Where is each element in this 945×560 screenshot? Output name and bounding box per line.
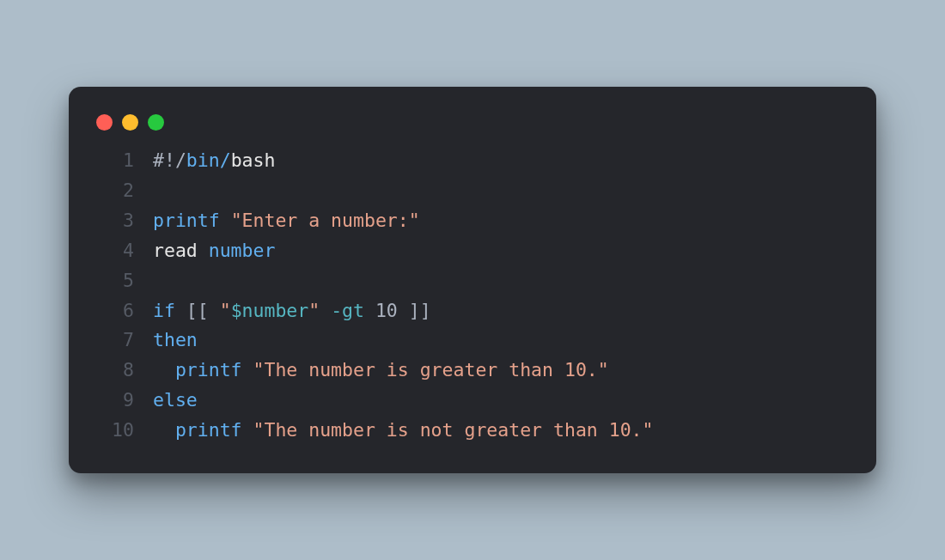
token: bin/ [186, 149, 231, 171]
token: then [153, 329, 198, 350]
code-text: then [153, 326, 198, 356]
code-text: if [[ "$number" -gt 10 ]] [153, 296, 431, 326]
minimize-icon[interactable] [122, 114, 138, 131]
token: printf [175, 359, 242, 380]
line-number: 3 [94, 206, 134, 236]
token: " [220, 300, 231, 321]
token: else [153, 389, 198, 411]
code-line: 10 printf "The number is not greater tha… [94, 416, 850, 446]
token [242, 419, 253, 441]
line-number: 7 [94, 326, 134, 356]
line-number: 10 [94, 416, 134, 446]
maximize-icon[interactable] [148, 114, 164, 131]
token: bash [231, 149, 276, 171]
line-number: 6 [94, 296, 134, 326]
token: 10 ]] [364, 300, 431, 321]
code-text: #!/bin/bash [153, 146, 275, 176]
line-number: 1 [94, 146, 134, 176]
token [153, 359, 175, 380]
token: if [153, 300, 175, 321]
code-text [153, 176, 164, 206]
code-text: printf "The number is greater than 10." [153, 356, 609, 386]
code-line: 2 [94, 176, 850, 206]
code-line: 5 [94, 266, 850, 296]
code-line: 6if [[ "$number" -gt 10 ]] [94, 296, 850, 326]
code-text: read number [153, 236, 275, 266]
code-text: else [153, 386, 198, 416]
token: -gt [331, 300, 364, 321]
code-line: 3printf "Enter a number:" [94, 206, 850, 236]
token: #!/ [153, 149, 186, 171]
close-icon[interactable] [96, 114, 113, 131]
code-text: printf "Enter a number:" [153, 206, 420, 236]
code-text [153, 266, 164, 296]
code-block: 1#!/bin/bash2 3printf "Enter a number:"4… [94, 146, 850, 445]
token: printf [153, 210, 220, 231]
code-line: 8 printf "The number is greater than 10.… [94, 356, 850, 386]
token [242, 359, 253, 380]
line-number: 8 [94, 356, 134, 386]
token [198, 240, 209, 261]
line-number: 9 [94, 386, 134, 416]
window-lights [94, 111, 850, 146]
code-line: 4read number [94, 236, 850, 266]
token: "Enter a number:" [231, 210, 420, 231]
token: " [308, 300, 320, 321]
token: read [153, 240, 198, 261]
token [220, 210, 231, 231]
token: "The number is greater than 10." [253, 359, 609, 380]
code-line: 1#!/bin/bash [94, 146, 850, 176]
token [320, 300, 331, 321]
token: printf [175, 419, 242, 441]
code-line: 9else [94, 386, 850, 416]
token: $number [231, 300, 309, 321]
code-text: printf "The number is not greater than 1… [153, 416, 654, 446]
code-line: 7then [94, 326, 850, 356]
line-number: 5 [94, 266, 134, 296]
line-number: 4 [94, 236, 134, 266]
token: "The number is not greater than 10." [253, 419, 654, 441]
token: number [209, 240, 276, 261]
token: [[ [175, 300, 220, 321]
code-window: 1#!/bin/bash2 3printf "Enter a number:"4… [69, 87, 876, 472]
token [153, 419, 175, 441]
line-number: 2 [94, 176, 134, 206]
